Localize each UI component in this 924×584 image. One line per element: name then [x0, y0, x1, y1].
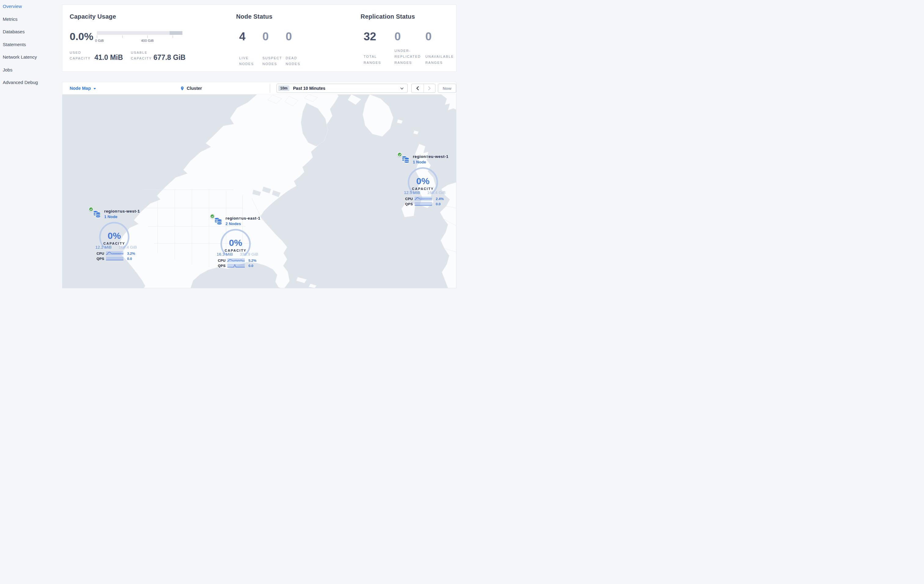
dead-nodes-count: 0	[286, 31, 309, 42]
cpu-sparkline	[415, 197, 432, 201]
chevron-down-icon	[400, 87, 404, 89]
capacity-bar: 0 GiB 400 GiB	[97, 29, 182, 43]
qps-label: QPS	[405, 202, 415, 206]
view-mode-select[interactable]: Node Map	[70, 82, 96, 94]
database-icon	[214, 217, 223, 226]
under-replicated-ranges-label: UNDER-REPLICATED RANGES	[394, 48, 425, 66]
region-name: region=us-east-1	[226, 216, 260, 220]
cpu-value: 3.2%	[127, 252, 135, 255]
total-ranges-label: TOTAL RANGES	[364, 54, 394, 66]
capacity-axis-label-0: 0 GiB	[95, 39, 104, 43]
live-nodes-count: 4	[239, 31, 262, 42]
region-node-count: 1 Node	[104, 214, 117, 219]
qps-sparkline	[106, 257, 124, 260]
unavailable-ranges-label: UNAVAILABLE RANGES	[425, 54, 456, 66]
capacity-percent: 0.0%	[70, 31, 97, 43]
cpu-sparkline	[227, 258, 245, 262]
sidebar-item-databases[interactable]: Databases	[0, 25, 62, 38]
region-total-capacity: 169.4 GiB	[427, 190, 446, 195]
sidebar-item-statements[interactable]: Statements	[0, 38, 62, 51]
toolbar-divider	[270, 84, 270, 92]
sidebar: Overview Metrics Databases Statements Ne…	[0, 0, 62, 292]
suspect-nodes-label: SUSPECT NODES	[262, 55, 286, 67]
region-name: region=us-west-1	[104, 209, 140, 214]
sidebar-item-jobs[interactable]: Jobs	[0, 64, 62, 76]
time-range-label: Past 10 Minutes	[293, 86, 325, 91]
location-pin-icon	[180, 86, 185, 91]
under-replicated-ranges-count: 0	[394, 31, 425, 42]
cpu-label: CPU	[218, 259, 227, 262]
region-used-capacity: 16.3 MiB	[217, 252, 233, 257]
node-map-card: Node Map Cluster 10m Past 10 Minutes	[62, 82, 457, 288]
database-icon	[92, 209, 101, 219]
healthy-check-icon	[397, 152, 402, 157]
healthy-check-icon	[210, 214, 215, 219]
cluster-summary-card: Capacity Usage 0.0% 0 GiB 400 GiB	[62, 5, 457, 72]
time-forward-button[interactable]	[424, 84, 436, 92]
sidebar-item-metrics[interactable]: Metrics	[0, 13, 62, 26]
chevron-right-icon	[428, 86, 431, 90]
cpu-sparkline	[106, 252, 124, 255]
view-mode-label: Node Map	[70, 86, 91, 91]
cpu-label: CPU	[405, 197, 415, 201]
qps-label: QPS	[97, 257, 106, 260]
region-total-capacity: 169.4 GiB	[119, 245, 137, 250]
dead-nodes-label: DEAD NODES	[286, 55, 309, 67]
usable-capacity-label: USABLE CAPACITY	[131, 50, 150, 62]
region-total-capacity: 338.9 GiB	[240, 252, 258, 257]
region-node-count: 1 Node	[413, 160, 426, 165]
qps-label: QPS	[218, 264, 227, 268]
gauge-percent: 0%	[229, 238, 242, 248]
node-map-toolbar: Node Map Cluster 10m Past 10 Minutes	[62, 82, 456, 94]
gauge-percent: 0%	[416, 176, 429, 186]
capacity-bar-reserved-segment	[170, 31, 182, 35]
replication-status-section: Replication Status 32 0 0 TOTAL RANGES U…	[354, 5, 456, 71]
qps-value: 0.0	[127, 257, 132, 260]
sidebar-item-overview[interactable]: Overview	[0, 0, 62, 13]
gauge-percent: 0%	[107, 230, 121, 241]
chevron-left-icon	[416, 86, 419, 90]
used-capacity-label: USED CAPACITY	[70, 50, 91, 62]
suspect-nodes-count: 0	[262, 31, 286, 42]
node-status-section: Node Status 4 0 0 LIVE NODES SUSPECT NOD…	[229, 5, 354, 71]
node-map: region=us-west-1 1 Node 0% CAPACITY 12.2…	[62, 94, 456, 288]
database-icon	[401, 155, 410, 164]
region-used-capacity: 12.2 MiB	[95, 245, 112, 250]
used-capacity-value: 41.0 MiB	[94, 54, 123, 62]
node-status-title: Node Status	[236, 13, 354, 20]
region-marker-us-west-1[interactable]: region=us-west-1 1 Node 0% CAPACITY 12.2…	[91, 209, 140, 260]
qps-value: 0.0	[248, 264, 253, 268]
region-marker-eu-west-1[interactable]: region=eu-west-1 1 Node 0% CAPACITY 12.5…	[400, 154, 449, 206]
region-name: region=eu-west-1	[413, 154, 449, 159]
capacity-usage-title: Capacity Usage	[70, 13, 229, 20]
region-used-capacity: 12.5 MiB	[404, 190, 420, 195]
cpu-label: CPU	[97, 252, 106, 255]
caret-down-icon	[94, 88, 96, 89]
now-button[interactable]: Now	[438, 84, 456, 93]
sidebar-item-advanced-debug[interactable]: Advanced Debug	[0, 76, 62, 89]
region-node-count: 2 Nodes	[226, 221, 241, 226]
replication-status-title: Replication Status	[361, 13, 456, 20]
live-nodes-label: LIVE NODES	[239, 55, 262, 67]
time-back-button[interactable]	[412, 84, 424, 92]
breadcrumb-label: Cluster	[187, 86, 202, 91]
total-ranges-count: 32	[364, 31, 394, 42]
cpu-value: 5.2%	[248, 259, 256, 262]
qps-sparkline	[227, 263, 245, 268]
cpu-value: 2.4%	[436, 197, 444, 201]
time-pager	[411, 84, 436, 93]
capacity-usage-section: Capacity Usage 0.0% 0 GiB 400 GiB	[62, 5, 229, 71]
breadcrumb[interactable]: Cluster	[180, 82, 202, 94]
time-range-badge: 10m	[278, 86, 289, 91]
usable-capacity-value: 677.8 GiB	[153, 54, 185, 62]
qps-sparkline	[415, 202, 432, 206]
region-marker-us-east-1[interactable]: region=us-east-1 2 Nodes 0% CAPACITY 16.…	[213, 216, 262, 268]
time-range-dropdown[interactable]: 10m Past 10 Minutes	[277, 84, 408, 93]
unavailable-ranges-count: 0	[425, 31, 456, 42]
sidebar-item-network-latency[interactable]: Network Latency	[0, 51, 62, 64]
capacity-axis-label-400: 400 GiB	[141, 39, 154, 43]
qps-value: 0.0	[436, 202, 441, 206]
healthy-check-icon	[89, 207, 94, 212]
